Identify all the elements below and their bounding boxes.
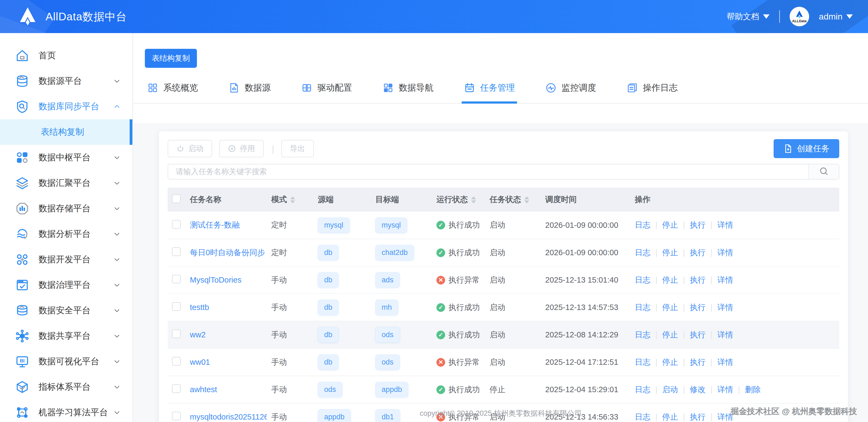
- action-run-link[interactable]: 执行: [690, 248, 706, 257]
- action-log-link[interactable]: 日志: [635, 275, 650, 284]
- tab-0[interactable]: 系统概览: [145, 77, 200, 104]
- row-checkbox[interactable]: [172, 302, 181, 311]
- action-detail-link[interactable]: 详情: [717, 221, 733, 229]
- sort-carets-icon[interactable]: [524, 196, 529, 203]
- tab-5[interactable]: 监控调度: [543, 77, 598, 104]
- task-name-link[interactable]: ww2: [190, 330, 206, 339]
- sidebar-item-12[interactable]: 指标体系平台: [0, 374, 132, 400]
- action-log-link[interactable]: 日志: [635, 303, 650, 312]
- action-edit-link[interactable]: 修改: [690, 385, 706, 394]
- sidebar-item-6[interactable]: 数据分析平台: [0, 221, 132, 247]
- sidebar-item-13[interactable]: 机器学习算法平台: [0, 400, 132, 422]
- row-checkbox[interactable]: [172, 384, 181, 393]
- tab-3[interactable]: 数据导航: [380, 77, 436, 104]
- action-stop-link[interactable]: 停止: [662, 358, 678, 366]
- row-checkbox[interactable]: [172, 220, 181, 229]
- action-detail-link[interactable]: 详情: [717, 248, 733, 257]
- search-button[interactable]: [808, 164, 839, 179]
- chevron-down-icon: [113, 230, 120, 237]
- run-status-label: 执行成功: [448, 220, 480, 230]
- task-name-link[interactable]: testtb: [190, 303, 209, 312]
- row-checkbox[interactable]: [172, 275, 181, 284]
- task-name-link[interactable]: MysqlToDories: [190, 275, 241, 284]
- row-checkbox[interactable]: [172, 329, 181, 338]
- metric-system-icon: [15, 380, 29, 394]
- sidebar-item-2[interactable]: 数据库同步平台: [0, 94, 132, 119]
- action-log-link[interactable]: 日志: [635, 358, 650, 366]
- task-name-link[interactable]: 每日0时自动备份同步: [190, 248, 265, 257]
- sidebar-item-8[interactable]: 数据治理平台: [0, 272, 132, 298]
- tab-1[interactable]: 数据源: [226, 77, 273, 104]
- create-task-button[interactable]: 创建任务: [774, 139, 839, 158]
- sidebar: 首页数据源平台数据库同步平台表结构复制数据中枢平台数据汇聚平台数据存储平台数据分…: [0, 33, 133, 422]
- db-sync-icon: [15, 100, 29, 113]
- search-input[interactable]: [168, 164, 808, 179]
- avatar[interactable]: ALLData: [789, 7, 809, 26]
- action-detail-link[interactable]: 详情: [717, 358, 733, 366]
- action-log-link[interactable]: 日志: [635, 221, 650, 229]
- tab-6[interactable]: 操作日志: [624, 77, 680, 104]
- select-all-checkbox[interactable]: [172, 194, 181, 203]
- help-doc-menu[interactable]: 帮助文档: [727, 11, 770, 22]
- page-tag-button[interactable]: 表结构复制: [145, 49, 197, 68]
- task-name-link[interactable]: ww01: [190, 358, 210, 366]
- mode-cell: 定时: [267, 212, 314, 239]
- tab-label: 操作日志: [643, 82, 678, 94]
- action-log-link[interactable]: 日志: [635, 330, 650, 339]
- sidebar-item-10[interactable]: 数据共享平台: [0, 323, 132, 349]
- disable-button[interactable]: 停用: [219, 140, 264, 157]
- row-actions: 日志|停止|执行|详情: [630, 266, 839, 294]
- action-stop-link[interactable]: 停止: [662, 303, 678, 312]
- table-row: 测试任务-数融定时mysqlmysql✓执行成功启动2026-01-09 00:…: [167, 212, 839, 239]
- action-log-link[interactable]: 日志: [635, 385, 650, 394]
- action-stop-link[interactable]: 停止: [662, 248, 678, 257]
- sidebar-item-3[interactable]: 数据中枢平台: [0, 145, 132, 170]
- action-detail-link[interactable]: 详情: [717, 275, 733, 284]
- action-log-link[interactable]: 日志: [635, 248, 650, 257]
- sort-carets-icon[interactable]: [290, 196, 295, 203]
- action-start-link[interactable]: 启动: [662, 385, 678, 394]
- sidebar-item-0[interactable]: 首页: [0, 43, 132, 68]
- action-run-link[interactable]: 执行: [690, 275, 706, 284]
- action-stop-link[interactable]: 停止: [662, 330, 678, 339]
- action-stop-link[interactable]: 停止: [662, 275, 678, 284]
- target-tag: ads: [375, 272, 400, 288]
- action-run-link[interactable]: 执行: [690, 303, 706, 312]
- column-header[interactable]: 任务状态: [485, 188, 541, 212]
- sidebar-item-9[interactable]: 数据安全平台: [0, 298, 132, 323]
- schedule-time: 2025-12-13 14:57:53: [541, 294, 630, 321]
- datasource-icon: [15, 74, 29, 88]
- action-detail-link[interactable]: 详情: [717, 303, 733, 312]
- task-name-link[interactable]: awhtest: [190, 385, 217, 394]
- start-button[interactable]: 启动: [167, 140, 212, 157]
- action-run-link[interactable]: 执行: [690, 330, 706, 339]
- tab-4[interactable]: 任务管理: [462, 77, 517, 104]
- sidebar-item-5[interactable]: 数据存储平台: [0, 196, 132, 221]
- sidebar-item-label: 数据源平台: [38, 75, 113, 87]
- tab-label: 监控调度: [561, 82, 596, 94]
- action-separator: |: [710, 330, 713, 339]
- sidebar-item-4[interactable]: 数据汇聚平台: [0, 170, 132, 196]
- column-header[interactable]: 运行状态: [432, 188, 485, 212]
- action-detail-link[interactable]: 详情: [717, 330, 733, 339]
- sort-carets-icon[interactable]: [471, 196, 476, 203]
- action-detail-link[interactable]: 详情: [717, 385, 733, 394]
- sidebar-subitem-table-structure-copy[interactable]: 表结构复制: [0, 119, 132, 145]
- sidebar-item-label: 数据中枢平台: [38, 152, 113, 164]
- row-checkbox[interactable]: [172, 247, 181, 256]
- row-checkbox[interactable]: [172, 357, 181, 366]
- export-button[interactable]: 导出: [281, 140, 314, 157]
- sidebar-item-7[interactable]: 数据开发平台: [0, 247, 132, 272]
- task-name-link[interactable]: 测试任务-数融: [190, 221, 240, 229]
- sidebar-item-1[interactable]: 数据源平台: [0, 68, 132, 94]
- action-delete-link[interactable]: 删除: [745, 385, 761, 394]
- action-stop-link[interactable]: 停止: [662, 221, 678, 229]
- svg-text:BI: BI: [20, 358, 24, 363]
- user-menu[interactable]: admin: [819, 12, 853, 22]
- action-run-link[interactable]: 执行: [690, 221, 706, 229]
- tab-2[interactable]: 驱动配置: [299, 77, 354, 104]
- action-run-link[interactable]: 执行: [690, 358, 706, 366]
- column-header[interactable]: 模式: [267, 188, 314, 212]
- task-status-cell: 启动: [485, 321, 541, 349]
- sidebar-item-11[interactable]: BI数据可视化平台: [0, 349, 132, 374]
